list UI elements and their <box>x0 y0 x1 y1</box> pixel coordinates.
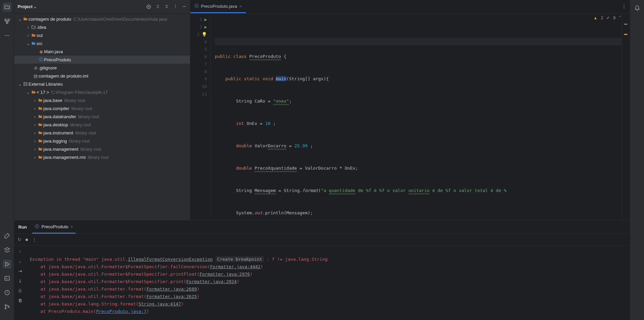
tab-precoproduto[interactable]: Ⓒ PrecoProduto.java × <box>190 0 246 13</box>
code-editor[interactable]: public class PrecoProduto { public stati… <box>211 14 622 220</box>
tree-lib[interactable]: ›java.desktoplibrary root <box>14 121 190 129</box>
left-tool-rail <box>0 0 14 320</box>
svg-point-10 <box>5 305 6 306</box>
main-area: Project ⌄ comtagem de produto C:\Users\d… <box>14 0 630 320</box>
tree-preco[interactable]: Ⓒ PrecoProduto <box>14 56 190 64</box>
tree-lib[interactable]: ›java.logginglibrary root <box>14 137 190 145</box>
right-tool-rail <box>630 0 644 320</box>
rerun-icon[interactable]: ↻ <box>18 237 21 242</box>
bulb-icon[interactable]: 💡 <box>202 32 207 37</box>
locate-icon[interactable] <box>146 4 151 9</box>
run-line-icon[interactable]: ▶ <box>204 17 207 22</box>
hide-icon[interactable] <box>182 4 187 9</box>
editor-panel: Ⓒ PrecoProduto.java × ▲2 ✔9 ˄ ˅ 1▶ 2▶ <box>190 0 630 220</box>
collapse-icon[interactable] <box>164 4 169 9</box>
run-title: Run <box>18 225 27 230</box>
current-line-highlight <box>215 38 622 45</box>
problems-tool-icon[interactable] <box>3 288 12 297</box>
wrap-icon[interactable]: ⇥ <box>18 269 22 274</box>
tab-label: PrecoProduto.java <box>201 4 237 9</box>
tree-gitignore[interactable]: ⊘ .gitignore <box>14 64 190 72</box>
expand-icon[interactable] <box>155 4 160 9</box>
editor-gutter[interactable]: 1▶ 2▶ 3💡 4 5 6 7 8 9 10 11 <box>190 14 211 220</box>
run-header: Run Ⓒ PrecoProduto × <box>14 220 630 234</box>
vcs-tool-icon[interactable] <box>3 302 12 311</box>
tree-src[interactable]: ⌄ src <box>14 39 190 47</box>
stack-link[interactable]: Formatter.java:2625 <box>146 294 197 299</box>
run-tab[interactable]: Ⓒ PrecoProduto × <box>32 220 76 234</box>
svg-rect-0 <box>5 19 6 21</box>
terminal-tool-icon[interactable] <box>3 274 12 283</box>
trash-icon[interactable]: 🗑 <box>18 298 22 303</box>
tree-root[interactable]: ⌄ comtagem de produto C:\Users\davis\One… <box>14 15 190 23</box>
tree-lib[interactable]: ›java.management.rmilibrary root <box>14 153 190 161</box>
project-tree[interactable]: ⌄ comtagem de produto C:\Users\davis\One… <box>14 14 190 220</box>
svg-rect-8 <box>5 276 9 280</box>
svg-point-4 <box>6 35 7 36</box>
svg-point-13 <box>147 5 151 8</box>
svg-point-19 <box>624 6 624 7</box>
class-icon: Ⓒ <box>194 3 199 9</box>
run-toolbar: ↻ ■ ⋮ <box>14 234 630 246</box>
tree-lib[interactable]: ›java.instrumentlibrary root <box>14 129 190 137</box>
stack-link[interactable]: PrecoProduto.java:7 <box>96 309 147 314</box>
project-title[interactable]: Project <box>18 4 37 9</box>
tree-main[interactable]: ◉ Main.java <box>14 47 190 56</box>
structure-tool-icon[interactable] <box>3 17 12 26</box>
editor-tabbar: Ⓒ PrecoProduto.java × <box>190 0 630 14</box>
svg-point-14 <box>148 6 149 7</box>
svg-rect-2 <box>6 22 8 24</box>
project-header: Project <box>14 0 190 14</box>
scroll-icon[interactable]: ⤓ <box>18 278 22 283</box>
svg-point-16 <box>175 6 176 6</box>
more-icon[interactable]: ⋮ <box>32 237 37 242</box>
svg-marker-7 <box>5 262 9 266</box>
svg-point-11 <box>5 308 6 309</box>
more-tool-icon[interactable] <box>3 31 12 40</box>
up-icon[interactable]: ↑ <box>19 249 21 254</box>
tree-lib[interactable]: ›java.managementlibrary root <box>14 145 190 153</box>
tree-jdk[interactable]: ⌄ < 17 > C:\Program Files\Java\jdk-17 <box>14 88 190 96</box>
run-tool-icon[interactable] <box>3 260 12 269</box>
options-icon[interactable] <box>173 4 178 9</box>
tree-lib[interactable]: ›java.datatransferlibrary root <box>14 112 190 121</box>
stop-icon[interactable]: ■ <box>25 237 28 242</box>
svg-rect-1 <box>8 19 9 21</box>
down-icon[interactable]: ↓ <box>19 259 21 264</box>
services-tool-icon[interactable] <box>3 246 12 254</box>
run-panel: Run Ⓒ PrecoProduto × ↻ ■ ⋮ ↑ ↓ ⇥ ⤓ ⎙ 🗑 E… <box>14 220 630 320</box>
tree-iml[interactable]: ▤ comtagem de produto.iml <box>14 72 190 80</box>
stack-link[interactable]: Formatter.java:2924 <box>186 279 237 284</box>
tree-lib[interactable]: ›java.baselibrary root <box>14 96 190 104</box>
stack-link[interactable]: Formatter.java:4442 <box>210 264 261 269</box>
svg-point-17 <box>175 7 176 8</box>
svg-marker-6 <box>4 248 9 250</box>
run-line-icon[interactable]: ▶ <box>204 24 207 29</box>
class-icon: Ⓒ <box>35 223 39 230</box>
svg-point-5 <box>8 35 9 36</box>
svg-point-3 <box>5 35 6 36</box>
run-left-rail: ↑ ↓ ⇥ ⤓ ⎙ 🗑 <box>14 246 26 320</box>
stack-link[interactable]: Formatter.java:2976 <box>200 272 250 277</box>
console-output[interactable]: Exception in thread "main" java.util.Ill… <box>26 246 630 320</box>
project-panel: Project ⌄ comtagem de produto C:\Users\d… <box>14 0 190 220</box>
close-icon[interactable]: × <box>239 4 242 9</box>
tab-options-icon[interactable] <box>622 4 626 9</box>
svg-point-18 <box>624 5 624 5</box>
tree-out[interactable]: › out <box>14 31 190 39</box>
tree-external[interactable]: ⌄ External Libraries <box>14 80 190 88</box>
svg-point-12 <box>8 306 9 307</box>
svg-point-15 <box>175 4 176 5</box>
build-tool-icon[interactable] <box>3 231 12 240</box>
tree-idea[interactable]: › .idea <box>14 23 190 31</box>
project-tool-icon[interactable] <box>3 3 12 12</box>
stack-link[interactable]: Formatter.java:2689 <box>146 286 197 292</box>
stack-link[interactable]: String.java:4147 <box>139 301 181 306</box>
svg-point-20 <box>624 8 624 8</box>
create-breakpoint-button[interactable]: Create breakpoint <box>215 256 264 262</box>
print-icon[interactable]: ⎙ <box>19 288 21 293</box>
editor-marker-rail[interactable] <box>622 14 630 220</box>
close-icon[interactable]: × <box>70 224 73 229</box>
tree-lib[interactable]: ›java.compilerlibrary root <box>14 104 190 112</box>
notifications-icon[interactable] <box>633 3 642 12</box>
